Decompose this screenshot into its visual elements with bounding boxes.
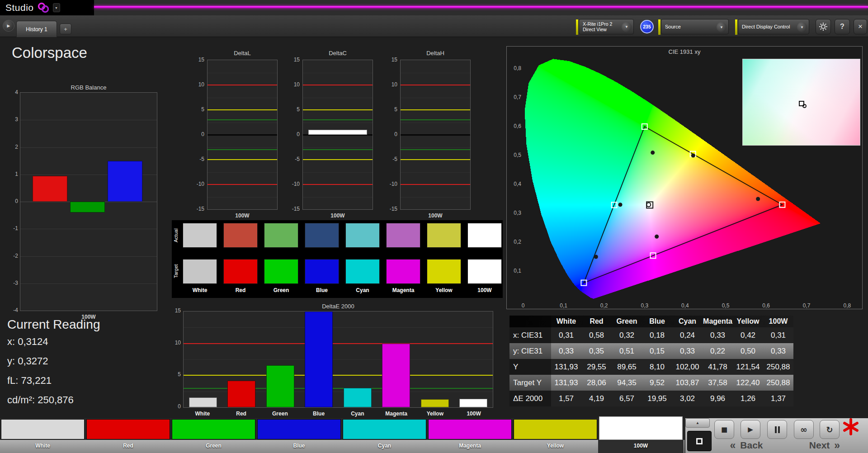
swatch-column-label: Cyan <box>345 287 380 293</box>
continuous-measure-button[interactable]: ∞ <box>794 420 814 439</box>
table-cell: 0,22 <box>703 343 733 359</box>
minor-gridline <box>208 147 277 148</box>
back-button[interactable]: « Back <box>712 439 780 452</box>
table-cell: 41,78 <box>703 359 733 375</box>
chevron-down-icon: ▼ <box>622 22 632 32</box>
chevron-down-icon: ▼ <box>797 22 807 32</box>
settings-button[interactable] <box>816 19 831 34</box>
meter-dropdown[interactable]: X-Rite i1Pro 2 Direct View ▼ <box>579 19 634 34</box>
panel-expander-button[interactable]: ▶ <box>3 20 14 32</box>
patch-button-magenta[interactable] <box>428 419 512 439</box>
table-header-cell: Red <box>581 316 612 327</box>
add-tab-button[interactable]: + <box>60 24 71 34</box>
limit-line <box>208 109 277 110</box>
pause-icon <box>778 426 780 433</box>
limit-line <box>208 85 277 85</box>
patch-label: White <box>1 443 85 449</box>
table-cell: 131,93 <box>551 375 581 391</box>
minor-gridline <box>303 197 373 198</box>
page-title: Colorspace <box>12 44 87 61</box>
axis-tick-label: 4 <box>11 89 18 95</box>
axis-tick-label: 0,5 <box>508 152 521 158</box>
patch-button-100w[interactable] <box>599 416 683 440</box>
scroll-up-button[interactable]: ▲ <box>685 418 710 428</box>
axis-tick-label: 15 <box>285 57 300 63</box>
patch-button-green[interactable] <box>172 419 255 439</box>
patch-button-white[interactable] <box>1 419 85 439</box>
gridline <box>20 120 157 120</box>
infinity-icon: ∞ <box>800 425 807 434</box>
patch-button-blue[interactable] <box>257 419 341 439</box>
notification-asterisk-icon[interactable] <box>842 418 860 436</box>
x-axis-label: 100W <box>400 212 471 219</box>
table-cell: 1,57 <box>551 391 581 406</box>
stop-button[interactable]: ■ <box>714 420 734 439</box>
gridline <box>20 283 157 284</box>
patch-label: Yellow <box>514 443 597 449</box>
stop-pattern-button[interactable] <box>687 431 712 451</box>
axis-tick-label: -5 <box>285 156 300 162</box>
tab-history-1[interactable]: History 1 <box>16 21 57 37</box>
table-cell: 1,26 <box>733 391 763 406</box>
swatch-target-100w <box>467 259 502 284</box>
table-cell: 0,31 <box>551 327 581 343</box>
limit-line <box>208 119 277 120</box>
refresh-button[interactable]: ↻ <box>820 420 840 439</box>
minor-gridline <box>401 197 470 198</box>
table-header-cell: Blue <box>642 316 672 327</box>
question-icon: ? <box>840 23 844 31</box>
bar-category-label: Yellow <box>416 411 455 417</box>
next-button[interactable]: Next » <box>793 439 856 452</box>
table-cell: 0,42 <box>733 327 763 343</box>
swatch-actual-white <box>183 223 217 248</box>
play-button[interactable]: ▶ <box>741 420 760 439</box>
axis-tick-label: 0 <box>516 302 530 309</box>
close-button[interactable]: × <box>854 19 867 34</box>
axis-tick-label: 0,4 <box>678 302 692 309</box>
display-control-dropdown[interactable]: Direct Display Control ▼ <box>738 19 809 34</box>
table-cell: 19,95 <box>642 391 672 406</box>
table-cell: 94,35 <box>612 375 642 391</box>
source-dropdown-label: Source <box>665 24 681 29</box>
patch-button-red[interactable] <box>86 419 170 439</box>
white-point-zoom-inset <box>742 59 860 146</box>
axis-tick-label: 10 <box>285 81 300 88</box>
next-chevron-icon: » <box>834 439 840 452</box>
axis-tick-label: 0,7 <box>508 94 521 100</box>
chart-delta-h: DeltaH 100W 151050-5-10-15 <box>383 49 479 220</box>
logo-menu-caret-icon[interactable]: ▼ <box>53 3 60 12</box>
delta-e-plot <box>183 311 493 408</box>
table-cell: 28,06 <box>581 375 612 391</box>
pause-button[interactable] <box>767 420 787 439</box>
measure-controls-area: ▲ ■ ▶ ∞ ↻ « Back Next » <box>685 418 868 453</box>
app-logo[interactable]: Studio ▼ <box>0 0 94 15</box>
limit-line <box>208 149 277 150</box>
help-button[interactable]: ? <box>835 19 850 34</box>
table-cell: 6,57 <box>612 391 642 406</box>
back-label: Back <box>740 440 763 451</box>
axis-tick-label: 0,1 <box>508 268 521 274</box>
table-cell: 0,31 <box>763 327 793 343</box>
limit-line <box>303 159 373 160</box>
gridline <box>20 147 157 148</box>
reading-y: y: 0,3272 <box>7 351 156 371</box>
source-dropdown[interactable]: Source ▼ <box>661 19 729 34</box>
bar-category-label: Blue <box>299 411 338 417</box>
gridline <box>20 229 157 229</box>
table-header-cell: White <box>551 316 581 327</box>
minor-gridline <box>184 327 493 328</box>
axis-tick-label: 5 <box>190 106 204 113</box>
app-logo-text: Studio <box>5 2 34 13</box>
table-cell: 3,02 <box>672 391 703 406</box>
swatch-actual-green <box>264 223 298 248</box>
meter-count-badge: 235 <box>640 20 654 33</box>
axis-tick-label: 5 <box>285 106 300 113</box>
patch-button-cyan[interactable] <box>343 419 426 439</box>
reading-cdm2: cd/m²: 250,876 <box>7 390 156 410</box>
display-dropdown-label: Direct Display Control <box>742 24 790 29</box>
axis-tick-label: 0,8 <box>508 65 521 71</box>
patch-button-yellow[interactable] <box>514 419 597 439</box>
close-icon: × <box>858 22 863 31</box>
table-cell: 0,35 <box>581 343 612 359</box>
bar-100w <box>459 399 487 407</box>
